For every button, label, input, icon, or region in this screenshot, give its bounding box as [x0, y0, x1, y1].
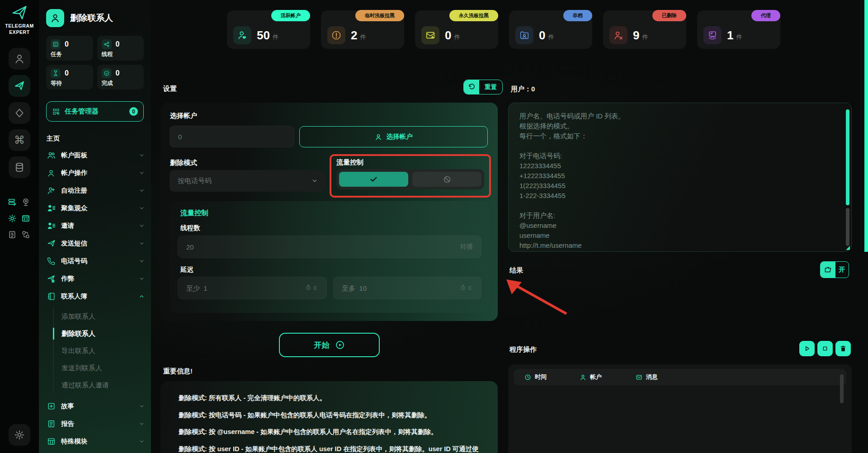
flow-control-off-button[interactable]	[412, 172, 481, 187]
rail-sender-button[interactable]	[9, 75, 30, 97]
rail-settings-button[interactable]	[9, 424, 30, 446]
app-window: TELEGRAMEXPERT ⌘ 删除联系人 0 任务 0 线程	[0, 0, 868, 453]
delay-max-input[interactable]	[333, 277, 481, 299]
sidebar-item-invite[interactable]: 邀请	[39, 217, 151, 235]
browser-code-icon[interactable]	[21, 213, 31, 223]
sidebar-item-home[interactable]: 主页	[39, 130, 151, 146]
rail-database-button[interactable]	[9, 156, 30, 178]
threads-input[interactable]	[178, 236, 481, 258]
start-button[interactable]: 开始	[279, 333, 380, 357]
annotation-arrow	[501, 271, 578, 323]
sidebar-item-label: 聚集观众	[61, 204, 139, 212]
operations-stop-button[interactable]	[817, 341, 833, 356]
folder-user-icon	[515, 26, 533, 44]
brand-line2: EXPERT	[9, 29, 30, 35]
mail-icon	[636, 374, 642, 381]
submenu-item-invite-by-contacts[interactable]: 通过联系人邀请	[54, 377, 151, 394]
doc-check-icon[interactable]	[7, 230, 17, 240]
rail-command-button[interactable]: ⌘	[9, 129, 30, 151]
status-card-archive: 存档 0件	[509, 10, 592, 49]
phone-icon	[47, 257, 56, 265]
stat-threads: 0 线程	[97, 36, 144, 61]
submenu-item-export-contacts[interactable]: 导出联系人	[54, 342, 151, 359]
sidebar-item-send-sms[interactable]: 发送短信	[39, 235, 151, 252]
stat-value: 0	[65, 69, 69, 77]
column-message[interactable]: 消息	[636, 369, 658, 385]
account-count-input[interactable]	[170, 126, 294, 147]
textarea-scrollbar-thumb[interactable]	[846, 109, 849, 205]
status-value: 0	[539, 28, 545, 42]
status-badge: 活跃帐户	[271, 10, 310, 21]
submenu-item-add-contacts[interactable]: 添加联系人	[54, 308, 151, 325]
check-circle-icon	[102, 68, 112, 78]
column-label: 帐户	[590, 373, 602, 381]
paper-plane-icon	[14, 80, 25, 91]
flow-control-on-button[interactable]	[339, 172, 408, 187]
sidebar-item-cheat[interactable]: 作弊	[39, 270, 151, 288]
sidebar-item-contact-book[interactable]: 联系人簿	[39, 288, 151, 305]
sidebar-menu: 主页 帐户面板 帐户操作 自动注册 聚集观众	[39, 130, 151, 450]
sidebar-item-auto-register[interactable]: 自动注册	[39, 182, 151, 199]
telegram-plane-icon	[11, 5, 28, 21]
operations-table-header: 时间 帐户 消息	[514, 369, 846, 385]
server-check-icon[interactable]	[7, 197, 17, 207]
chevron-up-icon	[139, 293, 145, 299]
swap-icon[interactable]	[21, 230, 31, 240]
user-plus-icon	[47, 186, 56, 195]
block-icon	[443, 175, 451, 184]
column-time[interactable]: 时间	[524, 369, 547, 385]
sidebar-item-phone-numbers[interactable]: 电话号码	[39, 252, 151, 270]
column-label: 时间	[535, 373, 547, 381]
reset-button[interactable]: 重置	[463, 80, 503, 94]
sidebar-item-special-modules[interactable]: 特殊模块	[39, 433, 151, 450]
user-icon	[14, 53, 25, 64]
status-value: 0	[445, 28, 451, 42]
stat-value: 0	[65, 40, 69, 48]
submenu-item-delete-contacts[interactable]: 删除联系人	[54, 325, 151, 342]
task-manager-button[interactable]: 任务管理器 0	[46, 101, 144, 122]
sidebar-item-stories[interactable]: 故事	[39, 397, 151, 415]
open-results-button[interactable]: 开	[820, 261, 849, 278]
users-textarea[interactable]	[509, 103, 851, 251]
nodes-icon	[102, 39, 112, 49]
operations-table: 时间 帐户 消息	[508, 364, 852, 453]
select-account-label: 选择帐户	[170, 112, 197, 120]
sidebar-item-account-panel[interactable]: 帐户面板	[39, 146, 151, 164]
select-account-button-label: 选择帐户	[387, 132, 413, 141]
sidebar-item-label: 帐户操作	[61, 169, 139, 177]
settings-title: 设置	[163, 85, 177, 93]
textarea-scrollbar-track[interactable]	[846, 208, 849, 246]
submenu-item-send-to-contacts[interactable]: 发送到联系人	[54, 359, 151, 377]
chevron-down-icon	[139, 152, 145, 158]
page-scrollbar-thumb[interactable]	[864, 0, 868, 252]
users-title: 用户：0	[511, 85, 535, 94]
operations-clear-button[interactable]	[835, 341, 851, 356]
sidebar-item-gather-audience[interactable]: 聚集观众	[39, 199, 151, 217]
delete-mode-select[interactable]: 按电话号码	[170, 170, 325, 192]
rail-premium-button[interactable]	[9, 102, 30, 124]
gear-icon[interactable]	[7, 213, 17, 223]
column-account[interactable]: 帐户	[580, 369, 602, 385]
chevron-down-icon	[139, 276, 145, 282]
table-scrollbar-thumb[interactable]	[840, 374, 844, 403]
webcam-icon[interactable]	[21, 197, 31, 207]
delay-min-input[interactable]	[178, 277, 327, 299]
send-plus-icon	[47, 274, 56, 283]
select-account-button[interactable]: 选择帐户	[299, 126, 488, 147]
audience-icon	[47, 204, 56, 212]
stopwatch-icon	[460, 284, 466, 291]
rail-accounts-button[interactable]	[9, 48, 30, 70]
delay-max-suffix: c	[460, 284, 472, 291]
sidebar-item-account-actions[interactable]: 帐户操作	[39, 164, 151, 182]
start-label: 开始	[314, 340, 330, 350]
sidebar-item-reports[interactable]: 报告	[39, 415, 151, 433]
info-line: 删除模式: 所有联系人 - 完全清理账户中的联系人。	[179, 393, 481, 403]
threads-label: 线程数	[180, 224, 200, 232]
stat-waiting: 0 等待	[46, 65, 93, 90]
resize-handle-icon[interactable]	[846, 246, 850, 250]
modules-icon	[47, 437, 56, 446]
operations-play-button[interactable]	[799, 341, 815, 356]
user-icon	[375, 133, 382, 141]
icon-rail: TELEGRAMEXPERT ⌘	[0, 0, 39, 453]
plus-square-icon	[47, 402, 56, 411]
